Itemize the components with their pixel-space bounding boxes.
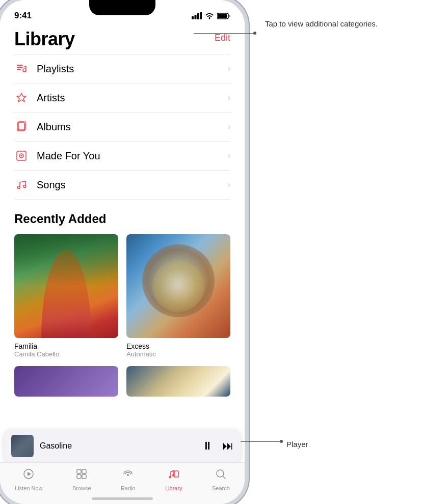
- library-item-made-for-you[interactable]: Made For You ›: [14, 142, 230, 171]
- browse-icon: [75, 468, 88, 483]
- svg-line-28: [223, 476, 226, 479]
- library-item-albums[interactable]: Albums ›: [14, 113, 230, 142]
- album-partial-1: [14, 366, 118, 397]
- album-art-excess: [126, 234, 230, 338]
- svg-point-16: [23, 185, 26, 188]
- artists-icon: [14, 91, 29, 105]
- album-excess[interactable]: Excess Automatic: [126, 234, 230, 358]
- svg-rect-21: [77, 474, 81, 479]
- svg-rect-22: [82, 474, 86, 479]
- svg-rect-2: [197, 13, 199, 19]
- tab-browse[interactable]: Browse: [72, 468, 91, 491]
- svg-point-25: [172, 474, 174, 477]
- svg-rect-0: [192, 16, 194, 19]
- status-icons: [192, 12, 230, 19]
- album-grid: Familia Camila Cabello Excess Automatic: [0, 234, 245, 358]
- tab-radio[interactable]: Radio: [121, 468, 136, 491]
- player-annotation-text: Player: [286, 440, 308, 449]
- home-indicator: [92, 497, 153, 500]
- album-familia[interactable]: Familia Camila Cabello: [14, 234, 118, 358]
- svg-point-7: [23, 69, 26, 72]
- svg-marker-18: [28, 472, 31, 476]
- tab-listen-now-label: Listen Now: [15, 485, 42, 491]
- svg-point-14: [21, 155, 22, 157]
- made-for-you-icon: [14, 149, 29, 163]
- svg-rect-19: [77, 469, 81, 473]
- playlists-chevron: ›: [228, 64, 230, 73]
- albums-label: Albums: [37, 121, 71, 133]
- status-time: 9:41: [14, 11, 32, 21]
- tab-listen-now[interactable]: Listen Now: [15, 468, 42, 491]
- edit-annotation: [194, 32, 256, 35]
- signal-icon: [192, 12, 202, 19]
- edit-button[interactable]: Edit: [215, 29, 230, 43]
- made-for-you-chevron: ›: [228, 151, 230, 160]
- player-controls: ⏸ ⏭: [202, 439, 233, 453]
- tab-library-label: Library: [165, 485, 182, 491]
- listen-now-icon: [22, 468, 35, 483]
- notch: [89, 0, 155, 15]
- album-row2: [0, 366, 245, 397]
- playlists-label: Playlists: [37, 63, 74, 75]
- album-partial-2: [126, 366, 230, 397]
- tab-search-label: Search: [212, 485, 230, 491]
- albums-chevron: ›: [228, 122, 230, 131]
- artists-chevron: ›: [228, 93, 230, 102]
- wifi-icon: [205, 12, 214, 19]
- tab-browse-label: Browse: [72, 485, 91, 491]
- album-title-excess: Excess: [126, 342, 230, 350]
- songs-label: Songs: [37, 179, 66, 191]
- svg-rect-3: [200, 12, 202, 19]
- player-song-title: Gasoline: [40, 441, 196, 451]
- radio-icon: [122, 468, 134, 483]
- tab-library[interactable]: Library: [165, 468, 182, 491]
- album-title-familia: Familia: [14, 342, 118, 350]
- edit-annotation-text: Tap to view additional categories.: [265, 18, 378, 30]
- svg-point-23: [127, 474, 129, 476]
- player-info: Gasoline: [40, 441, 196, 451]
- svg-rect-6: [218, 14, 227, 18]
- player-bar[interactable]: Gasoline ⏸ ⏭: [4, 430, 241, 462]
- artists-label: Artists: [37, 92, 65, 104]
- svg-rect-20: [82, 469, 86, 473]
- library-item-playlists[interactable]: Playlists ›: [14, 54, 230, 83]
- recently-added-title: Recently Added: [0, 212, 245, 226]
- page-title: Library: [14, 29, 75, 50]
- battery-icon: [217, 13, 230, 19]
- library-icon: [168, 468, 180, 483]
- svg-rect-5: [229, 15, 230, 17]
- made-for-you-label: Made For You: [37, 150, 100, 162]
- tab-radio-label: Radio: [121, 485, 136, 491]
- player-thumbnail: [11, 435, 34, 457]
- pause-button[interactable]: ⏸: [202, 439, 213, 453]
- library-item-songs[interactable]: Songs ›: [14, 171, 230, 200]
- svg-point-27: [217, 470, 224, 477]
- svg-point-24: [169, 476, 171, 478]
- albums-icon: [14, 120, 29, 134]
- album-artist-excess: Automatic: [126, 350, 230, 358]
- svg-rect-26: [174, 471, 178, 477]
- phone-frame: 9:41 Library Edit: [0, 0, 245, 504]
- page-header: Library Edit: [0, 24, 245, 50]
- library-item-artists[interactable]: Artists ›: [14, 83, 230, 113]
- album-artist-familia: Camila Cabello: [14, 350, 118, 358]
- songs-chevron: ›: [228, 180, 230, 189]
- songs-icon: [14, 178, 29, 192]
- playlists-icon: [14, 62, 29, 76]
- svg-point-15: [18, 186, 20, 189]
- library-list: Playlists › Artists ›: [14, 54, 230, 200]
- album-art-familia: [14, 234, 118, 338]
- tab-search[interactable]: Search: [212, 468, 230, 491]
- recently-added-section: Recently Added Familia Camila Cabello: [0, 212, 245, 397]
- search-icon: [215, 468, 227, 483]
- skip-forward-button[interactable]: ⏭: [222, 439, 233, 453]
- player-annotation: [241, 440, 283, 443]
- svg-rect-1: [195, 15, 197, 19]
